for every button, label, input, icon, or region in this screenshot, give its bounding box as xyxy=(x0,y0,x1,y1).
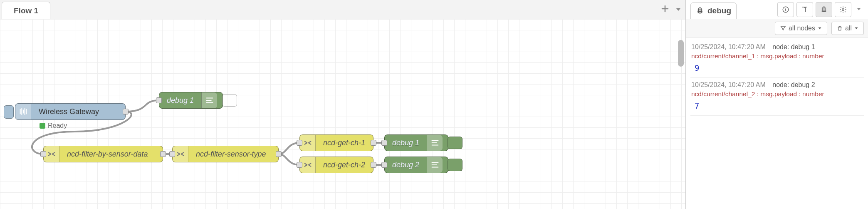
debug-clear-button[interactable]: all xyxy=(831,22,864,35)
node-input-port[interactable] xyxy=(297,162,302,168)
node-icon-box xyxy=(427,135,443,151)
node-output-port[interactable] xyxy=(371,140,376,146)
sidebar-more-button[interactable] xyxy=(854,6,864,13)
sidebar-header: debug xyxy=(686,0,868,19)
node-inject-button[interactable] xyxy=(4,105,14,119)
tab-menu-button[interactable] xyxy=(675,4,681,15)
node-toggle-button[interactable] xyxy=(222,94,237,107)
plus-icon xyxy=(661,5,669,12)
status-dot-icon xyxy=(40,123,45,129)
sidebar-toolbar: all nodes all xyxy=(686,19,868,37)
node-label: ncd-get-ch-1 xyxy=(316,139,373,147)
vertical-scrollbar[interactable] xyxy=(678,40,684,67)
node-output-port[interactable] xyxy=(123,109,129,114)
node-ncd-get-ch-2[interactable]: ncd-get-ch-2 xyxy=(299,157,373,173)
node-input-port[interactable] xyxy=(40,151,46,157)
node-output-port[interactable] xyxy=(276,151,282,157)
node-label: debug 1 xyxy=(385,139,427,147)
help-panel-button[interactable] xyxy=(796,2,813,17)
debug-panel-button[interactable] xyxy=(816,2,832,17)
info-icon xyxy=(782,6,789,13)
node-ncd-filter-by-sensor-data[interactable]: ncd-filter-by-sensor-data xyxy=(43,146,163,162)
node-status: Ready xyxy=(40,122,67,129)
debug-icon xyxy=(430,160,440,169)
debug-msg-header: 10/25/2024, 10:47:20 AM node: debug 2 xyxy=(691,81,863,89)
debug-msg-value: 9 xyxy=(691,63,863,72)
debug-msg-topic: ncd/current/channel_1 : msg.payload : nu… xyxy=(691,52,863,60)
node-ncd-get-ch-1[interactable]: ncd-get-ch-1 xyxy=(299,134,373,151)
debug-filter-button[interactable]: all nodes xyxy=(775,22,827,35)
node-icon-box xyxy=(201,92,217,108)
filter-label: all nodes xyxy=(789,25,815,32)
debug-msg-node: node: debug 2 xyxy=(772,81,815,88)
node-input-port[interactable] xyxy=(381,140,387,146)
debug-msg-header: 10/25/2024, 10:47:20 AM node: debug 1 xyxy=(691,43,863,51)
node-label: debug 1 xyxy=(159,96,201,105)
tab-flow-1[interactable]: Flow 1 xyxy=(2,2,50,19)
debug-icon xyxy=(430,138,440,147)
bug-icon xyxy=(696,7,704,15)
flow-canvas[interactable]: Wireless Gateway Ready debug 1 ncd-filte… xyxy=(0,19,685,209)
node-output-port[interactable] xyxy=(160,151,166,157)
gear-icon xyxy=(839,6,847,13)
node-icon-box xyxy=(15,104,31,119)
add-tab-button[interactable] xyxy=(661,4,669,15)
filter-icon xyxy=(780,25,786,31)
workspace: Flow 1 Wireless xyxy=(0,0,686,209)
status-text: Ready xyxy=(48,122,67,129)
book-icon xyxy=(801,6,809,13)
node-wireless-gateway[interactable]: Wireless Gateway Ready xyxy=(15,103,126,120)
sidebar-tab-label: debug xyxy=(707,6,731,15)
node-label: ncd-get-ch-2 xyxy=(316,161,373,169)
switch-icon xyxy=(303,138,312,147)
switch-icon xyxy=(303,160,312,169)
debug-icon xyxy=(205,96,214,105)
clear-label: all xyxy=(845,25,852,32)
node-label: Wireless Gateway xyxy=(31,107,106,116)
node-toggle-button[interactable] xyxy=(448,137,462,149)
caret-down-icon xyxy=(854,26,858,30)
svg-point-10 xyxy=(842,8,844,10)
node-ncd-filter-sensor-type[interactable]: ncd-filter-sensor-type xyxy=(172,146,279,162)
sidebar: debug all nodes xyxy=(686,0,868,209)
node-label: debug 2 xyxy=(385,161,427,169)
node-toggle-button[interactable] xyxy=(448,159,462,171)
caret-down-icon xyxy=(818,26,822,30)
node-label: ncd-filter-sensor-type xyxy=(188,150,273,159)
debug-message[interactable]: 10/25/2024, 10:47:20 AM node: debug 1 nc… xyxy=(690,40,864,78)
caret-down-icon xyxy=(675,7,681,12)
node-debug-1-top[interactable]: debug 1 xyxy=(159,92,223,109)
debug-msg-node: node: debug 1 xyxy=(772,43,815,50)
debug-message-list[interactable]: 10/25/2024, 10:47:20 AM node: debug 1 nc… xyxy=(686,37,868,209)
node-icon-box xyxy=(427,157,443,173)
node-input-port[interactable] xyxy=(381,162,387,168)
tab-bar: Flow 1 xyxy=(0,0,685,19)
config-panel-button[interactable] xyxy=(835,2,851,17)
bug-icon xyxy=(820,6,828,13)
radio-icon xyxy=(19,107,28,116)
node-input-port[interactable] xyxy=(297,140,302,146)
debug-msg-timestamp: 10/25/2024, 10:47:20 AM xyxy=(691,81,766,88)
node-output-port[interactable] xyxy=(371,162,376,168)
switch-icon xyxy=(47,149,56,159)
node-input-port[interactable] xyxy=(169,151,175,157)
sidebar-icons xyxy=(777,2,864,17)
switch-icon xyxy=(176,149,185,159)
debug-msg-value: 7 xyxy=(691,101,863,110)
caret-down-icon xyxy=(856,7,861,12)
tab-actions xyxy=(661,0,685,19)
node-input-port[interactable] xyxy=(156,97,162,103)
info-panel-button[interactable] xyxy=(777,2,794,17)
trash-icon xyxy=(837,25,843,31)
debug-msg-topic: ncd/current/channel_2 : msg.payload : nu… xyxy=(691,90,863,98)
node-debug-2[interactable]: debug 2 xyxy=(384,157,448,173)
node-debug-1-bottom[interactable]: debug 1 xyxy=(384,134,448,151)
debug-msg-timestamp: 10/25/2024, 10:47:20 AM xyxy=(691,43,766,50)
sidebar-tab-debug[interactable]: debug xyxy=(690,2,737,19)
node-label: ncd-filter-by-sensor-data xyxy=(59,150,155,159)
debug-message[interactable]: 10/25/2024, 10:47:20 AM node: debug 2 nc… xyxy=(690,78,864,116)
tab-label: Flow 1 xyxy=(14,6,38,15)
